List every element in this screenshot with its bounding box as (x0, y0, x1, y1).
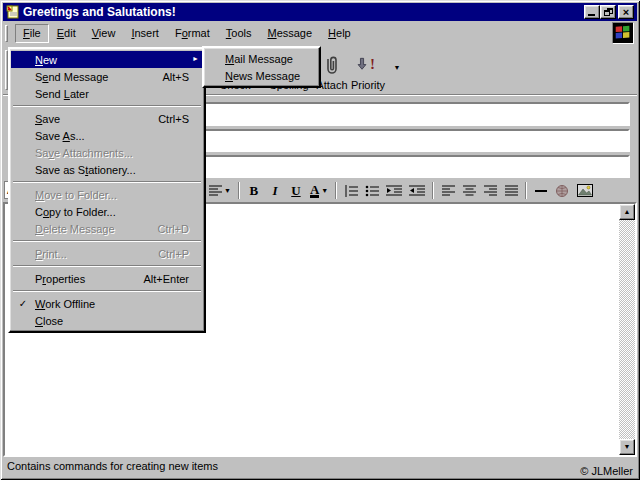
hyperlink-globe-icon (555, 184, 570, 198)
align-center-button[interactable] (460, 181, 478, 200)
create-hyperlink-button[interactable] (553, 181, 572, 200)
checkmark-icon: ✓ (11, 298, 35, 309)
font-color-button[interactable]: A▼ (308, 181, 330, 200)
menu-edit[interactable]: Edit (49, 24, 84, 43)
menu-separator (13, 265, 201, 267)
insert-picture-button[interactable] (575, 181, 595, 200)
menu-view[interactable]: View (84, 24, 124, 43)
menu-item-close[interactable]: Close (11, 312, 203, 329)
menu-item-send-message[interactable]: Send Message Alt+S (11, 68, 203, 85)
status-bar: Contains commands for creating new items… (3, 457, 637, 477)
menu-item-save-as-stationery[interactable]: Save as Stationery... (11, 161, 203, 178)
menu-separator (13, 181, 201, 183)
menu-item-properties[interactable]: Properties Alt+Enter (11, 270, 203, 287)
numbered-list-icon (344, 185, 358, 197)
underline-button[interactable]: U (287, 181, 305, 200)
menu-item-print[interactable]: Print... Ctrl+P (11, 245, 203, 262)
window-title: Greetings and Salutations! (23, 5, 176, 19)
close-button[interactable]: × (618, 5, 634, 19)
close-icon: × (619, 6, 633, 18)
menu-insert[interactable]: Insert (123, 24, 167, 43)
message-icon (6, 5, 20, 19)
menu-item-work-offline[interactable]: ✓ Work Offline (11, 295, 203, 312)
paperclip-icon (322, 55, 342, 77)
submenu-item-news-message[interactable]: News Message (205, 67, 318, 84)
svg-text:!: ! (370, 56, 375, 72)
menu-tools[interactable]: Tools (218, 24, 260, 43)
menu-item-move-to-folder[interactable]: Move to Folder... (11, 186, 203, 203)
align-left-button[interactable] (439, 181, 457, 200)
bulleted-list-button[interactable] (363, 181, 381, 200)
separator (432, 182, 434, 199)
bold-button[interactable]: B (245, 181, 263, 200)
menu-separator (13, 105, 201, 107)
decrease-indent-button[interactable] (384, 181, 404, 200)
decrease-indent-icon (386, 185, 402, 197)
menu-item-save-as[interactable]: Save As... (11, 127, 203, 144)
priority-button[interactable]: ! Priority (344, 48, 392, 93)
menu-item-save-attachments[interactable]: Save Attachments... (11, 144, 203, 161)
horizontal-line-icon (534, 185, 548, 197)
increase-indent-button[interactable] (407, 181, 427, 200)
credit-text: © JLMeller (580, 465, 633, 477)
italic-button[interactable]: I (266, 181, 284, 200)
separator (525, 182, 527, 199)
priority-icon: ! (357, 55, 379, 77)
menu-item-new[interactable]: New ► (11, 51, 203, 68)
menubar-grip[interactable] (5, 25, 8, 42)
menu-separator (13, 240, 201, 242)
submenu-item-mail-message[interactable]: Mail Message (205, 50, 318, 67)
separator (335, 182, 337, 199)
numbered-list-button[interactable] (342, 181, 360, 200)
menu-bar: File Edit View Insert Format Tools Messa… (3, 21, 637, 46)
minimize-button[interactable] (584, 5, 600, 19)
menu-format[interactable]: Format (167, 24, 218, 43)
menu-item-delete-message[interactable]: Delete Message Ctrl+D (11, 220, 203, 237)
title-bar[interactable]: Greetings and Salutations! × (3, 3, 637, 21)
align-left-icon (442, 185, 455, 197)
new-submenu-popup: Mail Message News Message (202, 46, 321, 88)
picture-icon (577, 184, 593, 197)
scroll-up-button[interactable]: ▲ (619, 204, 635, 220)
justify-button[interactable] (502, 181, 520, 200)
insert-horizontal-line-button[interactable] (532, 181, 550, 200)
paragraph-style-button[interactable]: ▼ (207, 181, 233, 200)
priority-dropdown-button[interactable]: ▼ (390, 48, 404, 93)
vertical-scrollbar[interactable]: ▲ ▼ (619, 204, 635, 455)
status-message: Contains commands for creating new items (7, 460, 218, 472)
menu-item-save[interactable]: Save Ctrl+S (11, 110, 203, 127)
menu-item-send-later[interactable]: Send Later (11, 85, 203, 102)
justify-icon (505, 185, 518, 197)
align-right-icon (484, 185, 497, 197)
menu-message[interactable]: Message (259, 24, 320, 43)
menu-separator (13, 290, 201, 292)
menu-file[interactable]: File (15, 24, 49, 43)
restore-button[interactable] (600, 5, 616, 19)
submenu-arrow-icon: ► (192, 55, 199, 62)
increase-indent-icon (409, 185, 425, 197)
align-center-icon (463, 185, 476, 197)
scroll-down-button[interactable]: ▼ (619, 439, 635, 455)
minimize-icon (588, 14, 595, 16)
file-menu-popup: New ► Send Message Alt+S Send Later Save… (8, 47, 206, 333)
bulleted-list-icon (365, 185, 379, 197)
paragraph-style-icon (209, 185, 222, 196)
compose-window: Greetings and Salutations! × File Edit V… (0, 0, 640, 480)
windows-logo (612, 22, 634, 44)
separator (238, 182, 240, 199)
menu-item-copy-to-folder[interactable]: Copy to Folder... (11, 203, 203, 220)
restore-icon (604, 8, 613, 16)
dropdown-arrow-icon: ▼ (394, 64, 401, 71)
align-right-button[interactable] (481, 181, 499, 200)
menu-help[interactable]: Help (320, 24, 359, 43)
